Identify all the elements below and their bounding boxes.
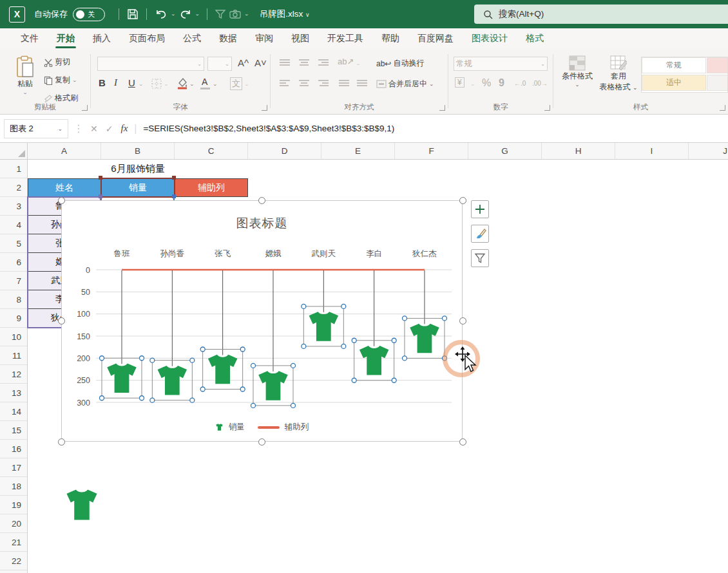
chart-selection-handle[interactable] <box>58 317 65 324</box>
tshirt-marker[interactable] <box>309 312 339 341</box>
font-color-icon[interactable]: A <box>202 77 207 87</box>
row-header[interactable]: 10 <box>0 328 27 346</box>
chart-selection-handle[interactable] <box>58 438 65 446</box>
row-header[interactable]: 7 <box>0 272 27 290</box>
tshirt-marker[interactable] <box>107 363 137 393</box>
undo-dropdown-icon[interactable]: ⌄ <box>171 12 176 17</box>
marker-selection-handle[interactable] <box>392 338 396 343</box>
chart-selection-handle[interactable] <box>258 438 265 446</box>
row-header[interactable]: 5 <box>0 234 27 253</box>
y-axis-tick-label[interactable]: 150 <box>77 332 90 341</box>
category-label[interactable]: 孙尚香 <box>160 249 185 258</box>
row-header[interactable]: 12 <box>0 365 27 384</box>
marker-selection-handle[interactable] <box>402 356 407 361</box>
search-input[interactable]: 搜索(Alt+Q) <box>474 5 728 24</box>
marker-selection-handle[interactable] <box>352 378 356 382</box>
cut-button[interactable]: 剪切 <box>44 57 70 68</box>
marker-selection-handle[interactable] <box>302 304 306 308</box>
row-header[interactable]: 2 <box>0 178 27 197</box>
fill-color-dropdown-icon[interactable]: ⌄ <box>189 82 195 87</box>
row-header[interactable]: 13 <box>0 384 27 402</box>
y-axis-tick-label[interactable]: 0 <box>86 266 90 275</box>
chart[interactable]: 图表标题 050100150200250300鲁班孙尚香张飞嫦娥武则天李白狄仁杰… <box>61 200 463 442</box>
ribbon-tab[interactable]: 图表设计 <box>463 28 517 49</box>
ribbon-tab[interactable]: 视图 <box>282 28 318 49</box>
marker-selection-handle[interactable] <box>352 338 356 343</box>
dialog-launcher-icon[interactable] <box>262 105 267 111</box>
row-header[interactable]: 21 <box>0 533 27 552</box>
y-axis-tick-label[interactable]: 200 <box>77 354 90 363</box>
ribbon-tab[interactable]: 页面布局 <box>120 28 174 49</box>
namebox-dropdown-icon[interactable]: ⌄ <box>57 126 62 132</box>
undo-icon[interactable] <box>154 8 168 21</box>
category-label[interactable]: 鲁班 <box>114 249 131 258</box>
italic-button[interactable]: I <box>114 77 117 88</box>
chart-selection-handle[interactable] <box>258 197 265 204</box>
marker-selection-handle[interactable] <box>302 344 306 348</box>
underline-dropdown-icon[interactable]: ⌄ <box>139 82 144 87</box>
dialog-launcher-icon[interactable] <box>544 105 550 111</box>
cell-styles-gallery[interactable]: 常规差适中计算 <box>641 57 728 93</box>
insert-function-icon[interactable]: fx <box>120 123 128 134</box>
qat-more-icon[interactable]: ⌄ <box>244 12 249 17</box>
chart-styles-button[interactable] <box>471 225 489 243</box>
chart-legend[interactable]: 销量 辅助列 <box>62 422 462 433</box>
category-label[interactable]: 嫦娥 <box>265 249 282 258</box>
row-header[interactable]: 14 <box>0 402 27 421</box>
chart-selection-handle[interactable] <box>459 317 466 324</box>
column-header[interactable]: I <box>615 143 689 159</box>
marker-selection-handle[interactable] <box>341 344 346 348</box>
ribbon-tab[interactable]: 百度网盘 <box>408 28 463 49</box>
row-header[interactable]: 17 <box>0 458 27 477</box>
y-axis-tick-label[interactable]: 300 <box>77 399 90 408</box>
ribbon-tab[interactable]: 开始 <box>48 28 84 49</box>
row-header[interactable]: 9 <box>0 309 27 328</box>
column-header[interactable]: G <box>468 143 542 159</box>
cell-style-option[interactable]: 常规 <box>642 57 706 73</box>
marker-selection-handle[interactable] <box>150 398 155 402</box>
marker-selection-handle[interactable] <box>291 403 295 408</box>
marker-selection-handle[interactable] <box>100 356 104 361</box>
column-header[interactable]: B <box>101 143 175 159</box>
paste-button[interactable]: 粘贴⌄ <box>15 55 35 96</box>
marker-selection-handle[interactable] <box>200 387 205 391</box>
ribbon-tab[interactable]: 公式 <box>174 28 210 49</box>
ribbon-tab[interactable]: 帮助 <box>372 28 408 49</box>
y-axis-tick-label[interactable]: 100 <box>77 310 90 319</box>
ribbon-tab[interactable]: 数据 <box>210 28 246 49</box>
cell-style-option[interactable]: 适中 <box>642 75 706 91</box>
ribbon-tab[interactable]: 开发工具 <box>318 28 372 49</box>
chart-title[interactable]: 图表标题 <box>62 215 462 232</box>
select-all-corner[interactable] <box>0 143 28 160</box>
y-axis-tick-label[interactable]: 250 <box>77 376 90 385</box>
ribbon-tab[interactable]: 格式 <box>517 28 553 49</box>
marker-selection-handle[interactable] <box>140 396 144 400</box>
name-box[interactable]: 图表 2⌄ <box>4 119 68 138</box>
marker-selection-handle[interactable] <box>402 316 407 321</box>
font-color-dropdown-icon[interactable]: ⌄ <box>213 82 218 87</box>
row-header[interactable]: 3 <box>0 197 27 216</box>
shrink-font-button[interactable]: A˅ <box>254 57 267 68</box>
category-label[interactable]: 武则天 <box>311 249 336 258</box>
chart-filters-button[interactable] <box>471 249 489 267</box>
ribbon-tab[interactable]: 插入 <box>84 28 120 49</box>
category-label[interactable]: 李白 <box>366 249 382 258</box>
tshirt-marker[interactable] <box>410 324 439 353</box>
row-header[interactable]: 16 <box>0 440 27 458</box>
row-header[interactable]: 8 <box>0 290 27 309</box>
ribbon-tab[interactable]: 审阅 <box>246 28 282 49</box>
underline-button[interactable]: U <box>128 77 135 88</box>
cell-style-option[interactable]: 计算 <box>707 75 728 91</box>
document-title[interactable]: 吊牌图.xlsx ∨ <box>260 8 310 20</box>
row-header[interactable]: 6 <box>0 253 27 272</box>
marker-selection-handle[interactable] <box>251 363 255 368</box>
column-header[interactable]: A <box>28 143 101 159</box>
excel-logo-icon[interactable]: X <box>9 6 25 23</box>
dialog-launcher-icon[interactable] <box>720 105 725 111</box>
marker-selection-handle[interactable] <box>240 387 245 391</box>
chart-elements-button[interactable] <box>471 200 489 218</box>
autosave-toggle[interactable]: 关 <box>73 8 105 21</box>
row-header[interactable]: 4 <box>0 216 27 234</box>
marker-selection-handle[interactable] <box>100 396 104 400</box>
cell-header-name[interactable]: 姓名 <box>28 178 101 197</box>
